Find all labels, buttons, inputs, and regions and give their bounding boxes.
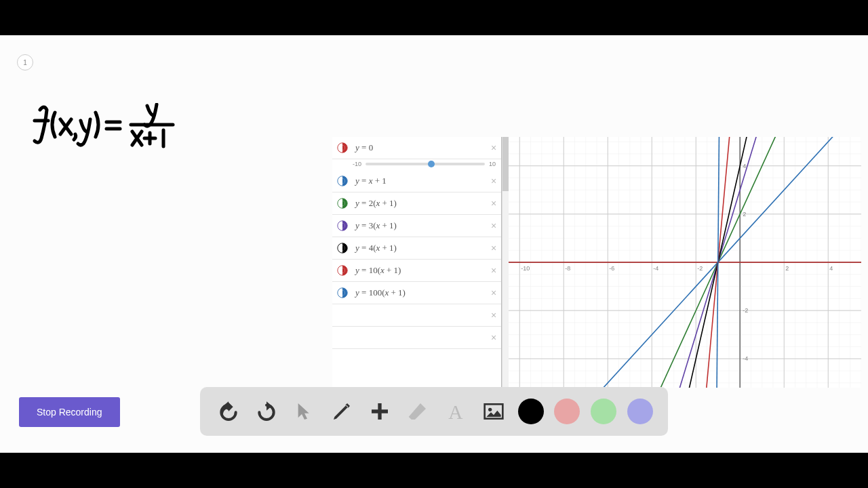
color-blue[interactable] [627, 399, 653, 424]
expression-color-icon[interactable] [336, 197, 349, 209]
stop-recording-button[interactable]: Stop Recording [19, 397, 120, 427]
image-tool[interactable] [480, 398, 507, 425]
delete-expression-icon[interactable]: × [489, 220, 501, 231]
delete-expression-icon[interactable]: × [489, 287, 501, 298]
svg-text:4: 4 [829, 265, 833, 272]
expression-text[interactable]: y = 100(x + 1) [349, 287, 489, 298]
expression-row-empty[interactable]: × [332, 327, 501, 349]
expression-text[interactable]: y = 3(x + 1) [349, 220, 489, 231]
expression-row[interactable]: y = 4(x + 1) × [332, 237, 501, 260]
svg-text:-10: -10 [521, 265, 530, 272]
expression-scrollbar[interactable] [502, 137, 509, 388]
expression-color-icon[interactable] [336, 142, 349, 154]
expression-color-icon[interactable] [336, 287, 349, 299]
expression-text[interactable]: y = 4(x + 1) [349, 243, 489, 253]
expression-row[interactable]: y = 10(x + 1) × [332, 260, 501, 282]
text-tool[interactable]: A [442, 398, 469, 425]
expression-text[interactable]: y = 0 [349, 142, 489, 153]
expression-text[interactable]: y = 10(x + 1) [349, 265, 489, 276]
svg-text:-4: -4 [743, 355, 748, 362]
color-green[interactable] [591, 399, 616, 424]
svg-text:4: 4 [743, 163, 746, 169]
delete-expression-icon[interactable]: × [489, 198, 501, 209]
expression-row-empty[interactable]: × [332, 304, 501, 327]
delete-expression-icon[interactable]: × [489, 332, 501, 343]
svg-point-95 [488, 408, 492, 411]
expression-color-icon[interactable] [336, 175, 349, 187]
color-red[interactable] [554, 399, 580, 424]
delete-expression-icon[interactable]: × [489, 310, 501, 321]
add-tool[interactable] [366, 398, 393, 425]
expression-color-icon[interactable] [336, 220, 349, 232]
graph-plot[interactable]: -10-8-6-4-224-4-224 [509, 137, 861, 388]
pencil-tool[interactable] [328, 398, 355, 425]
delete-expression-icon[interactable]: × [489, 265, 501, 276]
pointer-tool[interactable] [291, 398, 318, 425]
svg-text:-2: -2 [743, 307, 748, 314]
expression-color-icon[interactable] [336, 242, 349, 254]
graphing-widget: y = 0 ×-1010 y = x + 1 × y = 2(x + 1) × … [332, 137, 861, 388]
svg-text:-2: -2 [697, 265, 703, 272]
svg-text:-8: -8 [565, 265, 570, 272]
expression-text[interactable]: y = 2(x + 1) [349, 198, 489, 209]
expression-color-icon[interactable] [336, 264, 349, 277]
expression-row[interactable]: y = x + 1 × [332, 170, 501, 192]
redo-button[interactable] [253, 398, 280, 425]
expression-row[interactable]: y = 0 × [332, 137, 501, 159]
page-number: 1 [23, 59, 27, 66]
expression-row[interactable]: y = 3(x + 1) × [332, 215, 501, 237]
color-black[interactable] [518, 399, 544, 424]
delete-expression-icon[interactable]: × [489, 176, 501, 186]
expression-text[interactable]: y = x + 1 [349, 176, 489, 186]
expression-row[interactable]: y = 100(x + 1) × [332, 282, 501, 304]
delete-expression-icon[interactable]: × [489, 142, 501, 153]
svg-text:2: 2 [785, 265, 789, 272]
drawing-toolbar: A [200, 387, 668, 436]
page-indicator[interactable]: 1 [17, 54, 33, 70]
delete-expression-icon[interactable]: × [489, 243, 501, 253]
eraser-tool[interactable] [404, 398, 431, 425]
svg-text:-6: -6 [609, 265, 614, 272]
whiteboard-canvas[interactable]: 1 [0, 35, 868, 453]
svg-text:2: 2 [743, 211, 746, 218]
svg-text:A: A [448, 401, 462, 422]
handwritten-formula [31, 103, 186, 157]
expression-slider[interactable]: -1010 [332, 159, 501, 170]
expression-list: y = 0 ×-1010 y = x + 1 × y = 2(x + 1) × … [332, 137, 502, 388]
expression-row[interactable]: y = 2(x + 1) × [332, 192, 501, 215]
svg-text:-4: -4 [653, 265, 658, 272]
undo-button[interactable] [215, 398, 242, 425]
